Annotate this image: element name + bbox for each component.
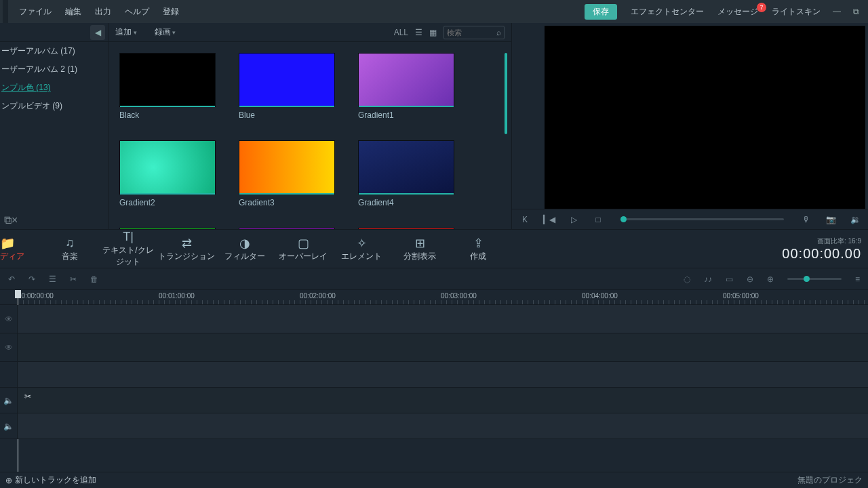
track-audio-icon[interactable]: 🔈 (0, 388, 18, 413)
window-handle[interactable] (3, 0, 8, 23)
grid-view-icon[interactable]: ▦ (429, 28, 437, 37)
stop-button[interactable]: □ (592, 215, 604, 224)
category-tab[interactable]: T|テキスト/クレジット (99, 230, 157, 268)
zoom-out-button[interactable]: ⊖ (747, 274, 753, 284)
fx-track[interactable] (18, 362, 868, 387)
delete-button[interactable]: 🗑 (90, 274, 98, 284)
timeline-menu-icon[interactable]: ≡ (855, 274, 860, 284)
lightskin-link[interactable]: ライトスキン (765, 0, 827, 23)
aspect-ratio-label: 画面比率: 16:9 (817, 237, 861, 246)
maximize-button[interactable]: ⧉ (846, 7, 865, 16)
filter-all[interactable]: ALL (394, 28, 408, 37)
album-item[interactable]: ンプルビデオ (9) (0, 97, 108, 115)
save-button[interactable]: 保存 (585, 4, 617, 20)
menu-file[interactable]: ファイル (12, 0, 58, 23)
swatch-preview[interactable] (239, 53, 335, 107)
swatch-preview[interactable] (119, 228, 216, 229)
swatch-label: Blue (239, 107, 335, 120)
redo-button[interactable]: ↷ (28, 274, 35, 284)
audio-tool-icon[interactable]: ♪♪ (704, 274, 712, 284)
list-icon[interactable]: ☰ (49, 274, 56, 284)
album-item[interactable]: ンプル色 (13) (0, 79, 108, 97)
prev-keyframe-button[interactable]: K (519, 215, 531, 224)
category-tab[interactable]: ✧エレメント (332, 236, 391, 262)
category-tab[interactable]: ⇄トランジション (157, 236, 216, 262)
menu-register[interactable]: 登録 (156, 0, 186, 23)
voiceover-icon[interactable]: 🎙 (800, 215, 812, 224)
media-thumbnail[interactable] (239, 228, 335, 229)
track-lock-icon[interactable] (0, 362, 18, 387)
media-thumbnail[interactable]: Black (119, 53, 216, 120)
category-icon: ◑ (216, 236, 274, 251)
timeline-tracks: 👁 👁 🔈 🔈 ✂ (0, 305, 868, 439)
step-back-button[interactable]: ▎◀ (543, 215, 555, 224)
undo-button[interactable]: ↶ (8, 274, 15, 284)
import-icon[interactable]: ⧉× (4, 214, 18, 226)
swatch-preview[interactable] (358, 53, 454, 107)
zoom-slider[interactable] (787, 278, 842, 280)
search-box[interactable]: ⌕ (443, 26, 505, 39)
media-thumbnail[interactable]: Gradient3 (239, 140, 335, 207)
menu-help[interactable]: ヘルプ (118, 0, 156, 23)
record-dropdown[interactable]: 録画 (155, 26, 176, 38)
category-icon: T| (99, 230, 157, 245)
swatch-label: Gradient3 (239, 195, 335, 207)
marker-icon[interactable]: ▭ (726, 274, 733, 284)
snapshot-icon[interactable]: 📷 (825, 215, 837, 224)
media-thumbnail[interactable]: Gradient1 (358, 53, 454, 120)
timeline-ruler[interactable]: 00:00:00:0000:01:00:0000:02:00:0000:03:0… (0, 290, 868, 305)
category-tab[interactable]: ⇪作成 (449, 236, 507, 262)
swatch-preview[interactable] (358, 140, 454, 195)
category-tab[interactable]: ♫音楽 (41, 236, 99, 262)
preview-slider[interactable] (620, 218, 784, 220)
message-link[interactable]: メッセージ 7 (711, 0, 765, 23)
swatch-label: Gradient1 (358, 107, 454, 120)
category-tab[interactable]: ▢オーバーレイ (274, 236, 332, 262)
menu-output[interactable]: 出力 (88, 0, 118, 23)
audio-track-2[interactable] (18, 413, 868, 439)
category-tab[interactable]: 📁ディア (0, 236, 27, 262)
cut-button[interactable]: ✂ (70, 274, 77, 284)
add-track-button[interactable]: ⊕ 新しいトラックを追加 (5, 474, 96, 486)
album-item[interactable]: ーザーアルバム (17) (0, 42, 108, 60)
render-indicator-icon[interactable]: ◌ (684, 274, 690, 284)
minimize-button[interactable]: — (827, 7, 846, 16)
track-visibility-icon[interactable]: 👁 (0, 333, 18, 361)
fx-center-link[interactable]: エフェクトセンター (624, 0, 711, 23)
media-thumbnail[interactable]: Gradient2 (119, 140, 216, 207)
search-input[interactable] (447, 28, 488, 37)
sidebar-back-button[interactable]: ◀ (90, 25, 105, 40)
zoom-in-button[interactable]: ⊕ (767, 274, 774, 284)
swatch-label: Gradient4 (358, 195, 454, 207)
menu-edit[interactable]: 編集 (58, 0, 88, 23)
ruler-tick: 00:04:00:00 (582, 292, 618, 300)
category-tab[interactable]: ⊞分割表示 (391, 236, 449, 262)
browser-scrollbar[interactable] (505, 53, 507, 134)
swatch-preview[interactable] (358, 228, 454, 229)
play-button[interactable]: ▷ (568, 215, 580, 224)
swatch-preview[interactable] (119, 140, 216, 195)
category-tabs: 📁ディア♫音楽T|テキスト/クレジット⇄トランジション◑フィルター▢オーバーレイ… (0, 229, 868, 268)
status-bar: ⊕ 新しいトラックを追加 無題のプロジェク (0, 472, 868, 488)
track-audio-icon[interactable]: 🔈 (0, 413, 18, 439)
audio-track-1[interactable] (18, 388, 868, 413)
track-visibility-icon[interactable]: 👁 (0, 305, 18, 333)
media-thumbnail[interactable] (119, 228, 216, 229)
swatch-preview[interactable] (239, 228, 335, 229)
swatch-preview[interactable] (239, 140, 335, 195)
media-thumbnail[interactable]: Blue (239, 53, 335, 120)
swatch-preview[interactable] (119, 53, 216, 107)
video-track-1[interactable] (18, 305, 868, 333)
timeline-toolbar: ↶ ↷ ☰ ✂ 🗑 ◌ ♪♪ ▭ ⊖ ⊕ ≡ (0, 268, 868, 290)
video-track-2[interactable] (18, 333, 868, 361)
media-thumbnail[interactable]: Gradient4 (358, 140, 454, 207)
volume-icon[interactable]: 🔉 (849, 215, 861, 224)
add-dropdown[interactable]: 追加 (115, 26, 137, 38)
album-item[interactable]: ーザーアルバム 2 (1) (0, 60, 108, 79)
list-view-icon[interactable]: ☰ (415, 28, 422, 37)
category-tab[interactable]: ◑フィルター (216, 236, 274, 262)
category-icon: ▢ (274, 236, 332, 251)
search-icon[interactable]: ⌕ (496, 28, 501, 37)
category-icon: 📁 (0, 236, 27, 251)
media-thumbnail[interactable] (358, 228, 454, 229)
